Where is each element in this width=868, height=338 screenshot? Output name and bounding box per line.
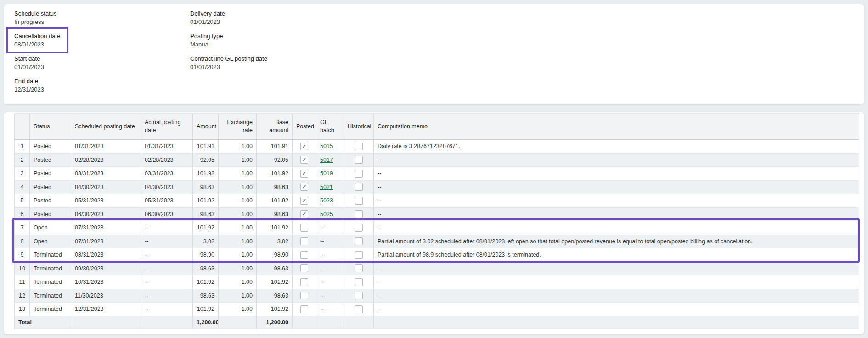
column-header-row-number (15, 114, 30, 140)
gl-batch-link[interactable]: 5021 (320, 184, 333, 190)
cell-actual: 06/30/2023 (141, 207, 193, 221)
cell-amount: 101.92 (193, 194, 219, 208)
field-value: 01/01/2023 (190, 63, 267, 71)
cell-rate: 1.00 (219, 275, 257, 289)
table-row: 10Terminated09/30/2023--98.631.0098.63--… (15, 262, 859, 275)
cell-num: 1 (15, 140, 30, 154)
cell-amount: 101.91 (193, 140, 219, 154)
historical-checkbox[interactable] (355, 183, 363, 191)
cell-amount: 3.02 (193, 235, 219, 248)
cell-status: Posted (30, 207, 71, 221)
field-value: 01/01/2023 (14, 63, 44, 71)
posted-checkbox[interactable] (300, 197, 308, 205)
posted-checkbox[interactable] (300, 251, 308, 259)
cell-posted (293, 180, 316, 194)
field-label: Contract line GL posting date (190, 55, 267, 63)
cell-actual: 01/31/2023 (141, 140, 193, 154)
historical-checkbox[interactable] (355, 278, 363, 286)
cell-scheduled: 09/30/2023 (71, 262, 141, 275)
cell-historical (344, 248, 374, 262)
cell-glbatch: -- (316, 221, 344, 235)
cell-empty (344, 316, 374, 329)
historical-checkbox[interactable] (355, 305, 363, 313)
posted-checkbox[interactable] (300, 183, 308, 191)
posted-checkbox[interactable] (300, 305, 308, 313)
cell-amount: 101.92 (193, 167, 219, 181)
cell-amount: 98.63 (193, 207, 219, 221)
column-header-actual-posting-date: Actual posting date (141, 114, 193, 140)
historical-checkbox[interactable] (355, 143, 363, 150)
cell-rate: 1.00 (219, 140, 257, 154)
summary-fields-right-column: Delivery date01/01/2023Posting typeManua… (190, 10, 267, 77)
posted-checkbox[interactable] (300, 224, 308, 232)
historical-checkbox[interactable] (355, 237, 363, 245)
historical-checkbox[interactable] (355, 170, 363, 178)
gl-batch-link[interactable]: 5017 (320, 157, 333, 163)
cell-num: 12 (15, 289, 30, 303)
historical-checkbox[interactable] (355, 210, 363, 218)
cell-actual: 02/28/2023 (141, 153, 193, 167)
cell-actual: -- (141, 262, 193, 275)
table-row: 11Terminated10/31/2023--101.921.00101.92… (15, 275, 859, 289)
column-header-scheduled-posting-date: Scheduled posting date (71, 114, 141, 140)
cell-actual: -- (141, 289, 193, 303)
cell-rate: 1.00 (219, 167, 257, 181)
cell-base: 98.63 (257, 262, 293, 275)
cell-historical (344, 180, 374, 194)
field-group-schedule-status: Schedule statusIn progress (14, 10, 57, 26)
posted-checkbox[interactable] (300, 210, 308, 218)
field-value: In progress (14, 18, 57, 26)
posted-checkbox[interactable] (300, 156, 308, 164)
table-row: 3Posted03/31/202303/31/2023101.921.00101… (15, 167, 859, 181)
gl-batch-link[interactable]: 5023 (320, 197, 333, 204)
cell-memo: -- (374, 275, 859, 289)
cell-actual: 04/30/2023 (141, 180, 193, 194)
column-header-posted: Posted (293, 114, 316, 140)
gl-batch-link[interactable]: 5015 (320, 143, 333, 149)
cell-memo: -- (374, 153, 859, 167)
posted-checkbox[interactable] (300, 143, 308, 150)
cell-num: 4 (15, 180, 30, 194)
schedule-summary-panel: Schedule statusIn progressCancellation d… (4, 4, 864, 105)
historical-checkbox[interactable] (355, 197, 363, 205)
table-row: 1Posted01/31/202301/31/2023101.911.00101… (15, 140, 859, 154)
cell-posted (293, 235, 316, 248)
table-row: 13Terminated12/31/2023--101.921.00101.92… (15, 303, 859, 316)
cell-actual: 05/31/2023 (141, 194, 193, 208)
gl-batch-link[interactable]: 5025 (320, 211, 333, 218)
gl-batch-link[interactable]: 5019 (320, 170, 333, 177)
historical-checkbox[interactable] (355, 156, 363, 164)
cell-base: 101.92 (257, 221, 293, 235)
posted-checkbox[interactable] (300, 264, 308, 272)
cell-num: 6 (15, 207, 30, 221)
field-label: End date (14, 77, 44, 86)
field-group-delivery-date: Delivery date01/01/2023 (190, 10, 225, 26)
field-group-start-date: Start date01/01/2023 (14, 55, 44, 71)
cell-scheduled: 12/31/2023 (71, 303, 141, 316)
historical-checkbox[interactable] (355, 251, 363, 259)
posted-checkbox[interactable] (300, 278, 308, 286)
table-row: 5Posted05/31/202305/31/2023101.921.00101… (15, 194, 859, 208)
cell-historical (344, 140, 374, 154)
cell-num: 13 (15, 303, 30, 316)
historical-checkbox[interactable] (355, 224, 363, 232)
posted-checkbox[interactable] (300, 292, 308, 299)
cell-rate: 1.00 (219, 153, 257, 167)
historical-checkbox[interactable] (355, 264, 363, 272)
revenue-schedule-page: Schedule statusIn progressCancellation d… (0, 0, 868, 338)
cell-posted (293, 221, 316, 235)
column-header-amount: Amount (193, 114, 219, 140)
posted-checkbox[interactable] (300, 237, 308, 245)
total-label: Total (15, 316, 71, 329)
cell-num: 10 (15, 262, 30, 275)
cell-amount: 98.63 (193, 180, 219, 194)
cell-empty (219, 316, 257, 329)
cell-glbatch: -- (316, 303, 344, 316)
posted-checkbox[interactable] (300, 170, 308, 178)
field-label: Delivery date (190, 10, 225, 18)
cell-posted (293, 275, 316, 289)
cell-rate: 1.00 (219, 207, 257, 221)
historical-checkbox[interactable] (355, 292, 363, 299)
field-value: Manual (190, 40, 223, 49)
cell-amount: 98.90 (193, 248, 219, 262)
